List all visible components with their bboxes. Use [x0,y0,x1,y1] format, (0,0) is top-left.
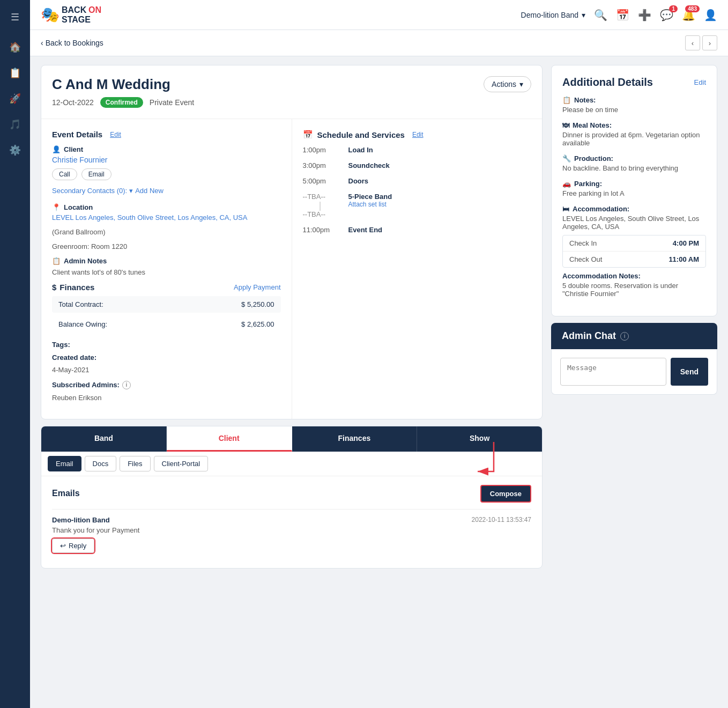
back-to-bookings[interactable]: ‹ Back to Bookings [41,39,103,47]
user-icon[interactable]: 👤 [704,9,717,21]
subtab-email[interactable]: Email [48,456,81,471]
sidebar-rocket[interactable]: 🚀 [4,88,26,109]
checkin-value: 4:00 PM [673,239,699,247]
greenroom: Greenroom: Room 1220 [52,242,281,250]
hamburger-menu[interactable]: ☰ [4,6,26,28]
admin-notes-label: 📋 Admin Notes [52,257,281,265]
event-0: Load In [348,146,373,154]
admin-chat-section: Admin Chat i Send [551,323,717,395]
accommodation-table: Check In 4:00 PM Check Out 11:00 AM [562,235,706,268]
breadcrumb-bar: ‹ Back to Bookings ‹ › [30,30,728,56]
accommodation-link[interactable]: LEVEL Los Angeles, South Olive Street, L… [562,215,706,231]
email-button[interactable]: Email [81,168,112,180]
admin-chat-info-icon: i [620,332,629,341]
meal-value: Dinner is provided at 6pm. Vegetarian op… [562,131,706,147]
email-date: 2022-10-11 13:53:47 [472,516,531,523]
add-new-contact[interactable]: Add New [135,187,164,195]
sub-tabs: Email Docs Files Client-Portal [41,452,542,476]
event-1: Soundcheck [348,161,390,169]
schedule-edit[interactable]: Edit [412,131,424,138]
dollar-icon: $ [52,283,56,292]
event-3: 5-Piece Band [348,193,392,201]
app-logo: 🎭 BACK ON STAGE [41,5,101,25]
time-3b: --TBA-- [303,210,338,218]
checkout-label: Check Out [569,255,602,263]
meal-detail-label: 🍽 Meal Notes: [562,121,706,129]
tags-label: Tags: [52,341,70,349]
actions-button[interactable]: Actions ▾ [484,76,531,92]
parking-icon: 🚗 [562,180,571,188]
finances-title: $ Finances [52,283,94,292]
subtab-files[interactable]: Files [120,456,150,471]
total-contract-label: Total Contract: [58,300,103,308]
tab-band[interactable]: Band [41,426,167,452]
call-button[interactable]: Call [52,168,77,180]
attach-setlist[interactable]: Attach set list [348,201,392,208]
accommodation-detail-label: 🛏 Accommodation: [562,205,706,213]
sidebar-bookings[interactable]: 📋 [4,62,26,84]
next-booking-button[interactable]: › [702,35,717,50]
reply-icon: ↩ [60,542,66,550]
total-contract-value: $ 5,250.00 [241,300,274,308]
production-icon: 🔧 [562,154,571,163]
tab-finances[interactable]: Finances [292,426,418,452]
reply-arrow [41,533,47,560]
tab-client[interactable]: Client [167,426,292,452]
schedule-item-1: 3:00pm Soundcheck [303,161,532,169]
balance-label: Balance Owing: [58,320,107,328]
email-item-0: Demo-lition Band 2022-10-11 13:53:47 Tha… [52,509,531,559]
sidebar-home[interactable]: 🏠 [4,36,26,58]
client-name[interactable]: Christie Fournier [52,156,281,164]
apply-payment-link[interactable]: Apply Payment [234,283,280,291]
notes-value: Please be on time [562,106,706,114]
client-label: 👤 Client [52,145,281,153]
tabs-section: Band Client Finances Show Email Docs Fil… [41,426,543,569]
event-4: Event End [348,226,383,234]
checkin-label: Check In [569,239,597,247]
event-date: 12-Oct-2022 [52,98,94,107]
status-badge: Confirmed [100,97,143,108]
parking-detail-label: 🚗 Parking: [562,180,706,188]
chevron-down-icon: ▾ [582,11,585,19]
event-title: C And M Wedding [52,76,194,93]
time-2: 5:00pm [303,177,338,185]
subscribed-info-icon: i [122,381,131,389]
chat-send-button[interactable]: Send [671,358,708,386]
notifications-icon[interactable]: 🔔 483 [682,9,695,21]
parking-value: Free parking in lot A [562,189,706,197]
calendar-icon[interactable]: 📅 [616,9,629,21]
client-person-icon: 👤 [52,145,61,153]
tab-show[interactable]: Show [417,426,542,452]
meal-icon: 🍽 [562,121,569,129]
location-room: (Grand Ballroom) [52,228,281,236]
subtab-docs[interactable]: Docs [85,456,117,471]
chevron-left-icon: ‹ [41,39,43,47]
created-label: Created date: [52,353,96,362]
add-icon[interactable]: ➕ [638,9,651,21]
production-detail-label: 🔧 Production: [562,154,706,163]
event-2: Doors [348,177,369,185]
logo-back: BACK [62,5,86,14]
prev-booking-button[interactable]: ‹ [685,35,700,50]
search-icon[interactable]: 🔍 [594,9,607,21]
main-tabs: Band Client Finances Show [41,426,542,452]
production-value: No backline. Band to bring everything [562,164,706,172]
additional-details-edit[interactable]: Edit [694,78,706,86]
sidebar-settings[interactable]: ⚙️ [4,139,26,161]
messages-icon[interactable]: 💬 1 [660,9,673,21]
location-icon: 📍 [52,203,61,211]
band-selector[interactable]: Demo-lition Band ▾ [521,11,585,19]
compose-button[interactable]: Compose [480,485,531,503]
schedule-item-3: --TBA-- | --TBA-- 5-Piece Band Attach se… [303,193,532,218]
location-name[interactable]: LEVEL Los Angeles, South Olive Street, L… [52,213,281,222]
notes-icon: 📋 [562,96,571,104]
subscribed-value: Reuben Erikson [52,394,281,402]
reply-button[interactable]: ↩ Reply [52,539,94,553]
subtab-client-portal[interactable]: Client-Portal [154,456,209,471]
chat-message-input[interactable] [560,358,666,386]
balance-value: $ 2,625.00 [241,320,274,328]
event-card: C And M Wedding 12-Oct-2022 Confirmed Pr… [41,65,543,419]
sidebar-music[interactable]: 🎵 [4,114,26,135]
event-details-edit[interactable]: Edit [110,131,121,138]
schedule-item-4: 11:00pm Event End [303,226,532,234]
